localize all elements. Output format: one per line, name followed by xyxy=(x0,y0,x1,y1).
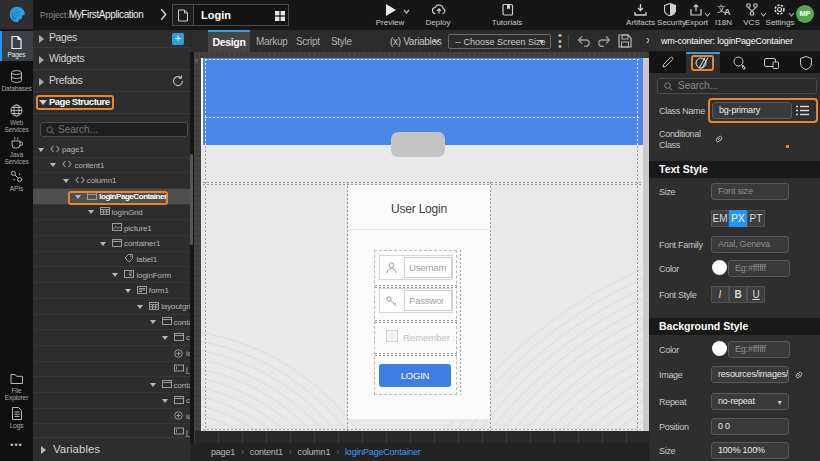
svg-text:A: A xyxy=(724,7,731,16)
